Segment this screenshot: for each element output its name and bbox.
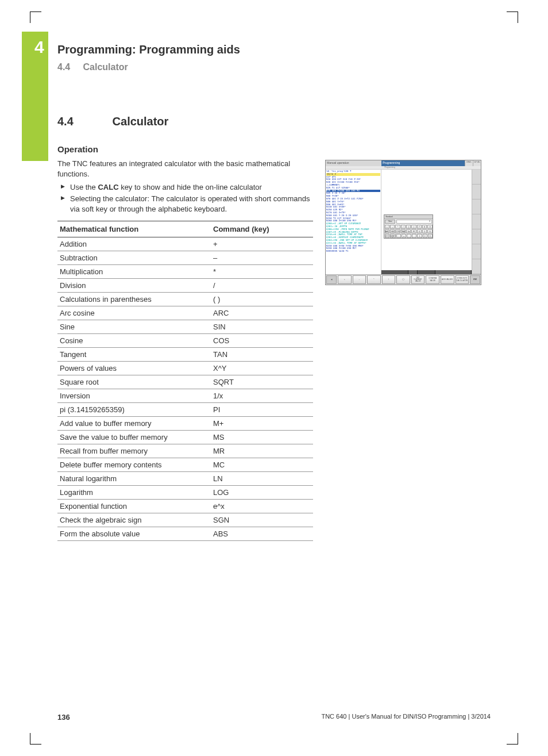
ss-calc-key: COS bbox=[395, 229, 400, 233]
ss-softkey: ( ) bbox=[396, 275, 410, 284]
ss-softkey: / bbox=[382, 275, 396, 284]
table-row: Check the algebraic signSGN bbox=[57, 513, 313, 527]
ss-calc-key: + bbox=[385, 225, 389, 229]
table-cell-command: ( ) bbox=[211, 292, 313, 306]
table-cell-function: Natural logarithm bbox=[57, 471, 211, 485]
bullet-text: Use the bbox=[70, 183, 98, 191]
ss-calc-key bbox=[412, 234, 416, 238]
ss-statusbar bbox=[381, 270, 472, 274]
table-row: CosineCOS bbox=[57, 333, 313, 347]
table-cell-command: X^Y bbox=[211, 361, 313, 375]
tnc-screenshot: Manual operation Programming DNC 07:35 P… bbox=[325, 160, 481, 285]
ss-calc-key bbox=[396, 234, 401, 238]
table-cell-function: Form the absolute value bbox=[57, 527, 211, 540]
table-cell-command: e^x bbox=[211, 499, 313, 513]
ss-body: %0 'tnc_prog'G30 T(Kite 2G17 Q71N10 G30 … bbox=[326, 170, 481, 274]
ss-calc-key: 4 bbox=[417, 229, 422, 233]
ss-right-button bbox=[472, 170, 481, 185]
table-cell-command: MS bbox=[211, 430, 313, 444]
ss-mode-right: Programming bbox=[381, 160, 465, 166]
bullet-item: Selecting the calculator: The calculator… bbox=[57, 194, 313, 214]
ss-calc-title: Standard bbox=[384, 215, 433, 219]
table-row: Recall from buffer memoryMR bbox=[57, 444, 313, 458]
ss-right-toolbar bbox=[472, 170, 481, 274]
breadcrumb-title: Calculator bbox=[83, 62, 128, 72]
table-cell-function: Powers of values bbox=[57, 361, 211, 375]
ss-calc-key: ) bbox=[411, 225, 416, 229]
ss-code-line: N9999999 %G30 T1 bbox=[326, 250, 380, 253]
table-cell-command: PI bbox=[211, 402, 313, 416]
table-row: Natural logarithmLN bbox=[57, 471, 313, 485]
page-footer: 136 TNC 640 | User's Manual for DIN/ISO … bbox=[57, 713, 491, 722]
bullet-text: key to show and hide the on-line calcula… bbox=[119, 183, 262, 191]
table-cell-command: * bbox=[211, 264, 313, 278]
breadcrumb-num: 4.4 bbox=[57, 62, 70, 72]
table-cell-command: MC bbox=[211, 458, 313, 471]
table-cell-command: SIN bbox=[211, 320, 313, 333]
ss-softkey: * bbox=[367, 275, 381, 284]
table-cell-command: SQRT bbox=[211, 375, 313, 389]
table-cell-function: Sine bbox=[57, 320, 211, 333]
section-number: 4.4 bbox=[57, 115, 109, 128]
subsection-heading: Operation bbox=[57, 144, 313, 154]
table-cell-function: Save the value to buffer memory bbox=[57, 430, 211, 444]
ss-calc-view-button: View bbox=[385, 220, 395, 224]
table-cell-function: Cosine bbox=[57, 333, 211, 347]
ss-time: 07:35 bbox=[473, 160, 481, 166]
table-row: Inversion1/x bbox=[57, 389, 313, 402]
ss-right-button bbox=[472, 229, 481, 244]
ss-dnc-button: DNC bbox=[465, 160, 473, 166]
ss-right-button bbox=[472, 214, 481, 229]
table-cell-function: Check the algebraic sign bbox=[57, 513, 211, 527]
crop-mark bbox=[507, 11, 518, 23]
table-cell-command: / bbox=[211, 278, 313, 292]
table-cell-function: Square root bbox=[57, 375, 211, 389]
table-cell-command: 1/x bbox=[211, 389, 313, 402]
table-cell-function: Tangent bbox=[57, 347, 211, 361]
table-row: TangentTAN bbox=[57, 347, 313, 361]
intro-paragraph: The TNC features an integrated calculato… bbox=[57, 159, 313, 179]
table-row: Form the absolute valueABS bbox=[57, 527, 313, 540]
table-cell-function: Arc cosine bbox=[57, 306, 211, 320]
table-row: Multiplication* bbox=[57, 264, 313, 278]
ss-softkey: STORE INTO CALCULATOR bbox=[456, 275, 469, 284]
ss-calc-key: 8 bbox=[422, 225, 427, 229]
table-row: Delete buffer memory contentsMC bbox=[57, 458, 313, 471]
table-row: Addition+ bbox=[57, 237, 313, 251]
chapter-number: 4 bbox=[34, 37, 44, 57]
calc-key-label: CALC bbox=[98, 183, 118, 191]
table-cell-function: Multiplication bbox=[57, 264, 211, 278]
ss-softkey-end: END bbox=[470, 275, 480, 284]
crop-mark bbox=[30, 11, 41, 23]
ss-calc-key: - bbox=[390, 225, 395, 229]
table-row: Square rootSQRT bbox=[57, 375, 313, 389]
table-row: LogarithmLOG bbox=[57, 485, 313, 499]
table-header-function: Mathematical function bbox=[57, 221, 211, 237]
ss-calc-key: ARC bbox=[385, 229, 389, 233]
ss-calc-key: 1 bbox=[417, 234, 422, 238]
ss-calc-key: / bbox=[401, 225, 406, 229]
table-cell-function: Delete buffer memory contents bbox=[57, 458, 211, 471]
crop-mark bbox=[507, 733, 518, 745]
table-cell-function: Inversion bbox=[57, 389, 211, 402]
table-cell-command: COS bbox=[211, 333, 313, 347]
table-row: Subtraction– bbox=[57, 251, 313, 264]
bullet-item: Use the CALC key to show and hide the on… bbox=[57, 182, 313, 193]
ss-softkey: GET CURRENT VALUE bbox=[411, 275, 425, 284]
function-table: Mathematical function Command (key) Addi… bbox=[57, 221, 313, 541]
table-cell-function: Calculations in parentheses bbox=[57, 292, 211, 306]
ss-center-panel: Standard View 0 +-*/()789ARCSINCOSTAN1/x… bbox=[381, 170, 472, 274]
table-row: Powers of valuesX^Y bbox=[57, 361, 313, 375]
ss-calc-key bbox=[407, 234, 411, 238]
ss-code-panel: %0 'tnc_prog'G30 T(Kite 2G17 Q71N10 G30 … bbox=[326, 170, 381, 274]
table-cell-function: Logarithm bbox=[57, 485, 211, 499]
table-cell-command: ABS bbox=[211, 527, 313, 540]
ss-softkey-bar: ◀+-*/( )GET CURRENT VALUECONFIRM VALUEAX… bbox=[326, 274, 481, 285]
ss-softkey: AXIS VALUES bbox=[441, 275, 454, 284]
table-header-command: Command (key) bbox=[211, 221, 313, 237]
table-cell-command: SGN bbox=[211, 513, 313, 527]
ss-calc-key: 3 bbox=[428, 234, 433, 238]
table-row: Calculations in parentheses( ) bbox=[57, 292, 313, 306]
table-row: Add value to buffer memoryM+ bbox=[57, 416, 313, 430]
crop-mark bbox=[30, 733, 41, 745]
